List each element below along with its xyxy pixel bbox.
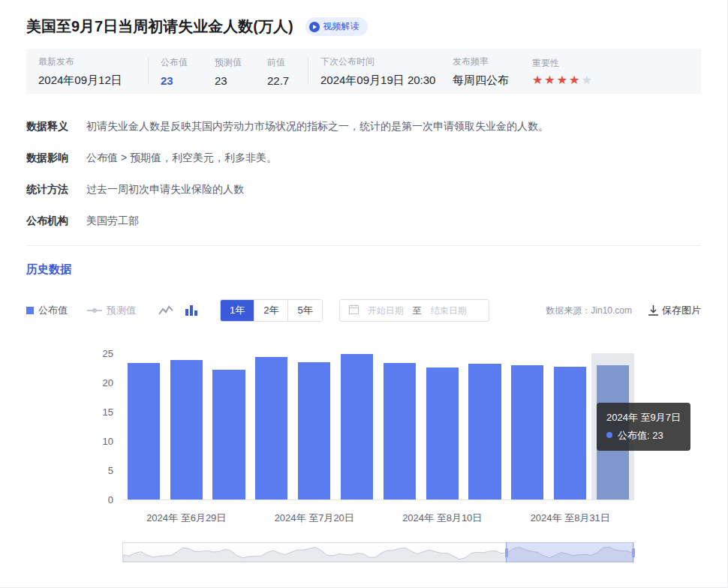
x-axis-tick: 2024年 至8月31日	[531, 512, 610, 525]
time-range-group: 1年 2年 5年	[220, 299, 323, 322]
bar-slot[interactable]	[421, 353, 464, 500]
bar[interactable]	[511, 365, 543, 500]
detail-value: 过去一周初次申请失业保险的人数	[86, 182, 244, 196]
data-source: 数据来源：Jin10.com	[546, 304, 632, 317]
controls-right: 数据来源：Jin10.com 保存图片	[546, 304, 701, 317]
detail-value: 美国劳工部	[86, 214, 139, 227]
y-axis-tick: 10	[103, 436, 113, 447]
legend-forecast-swatch	[87, 310, 102, 311]
bar-slot[interactable]	[335, 353, 378, 500]
chart-navigator[interactable]	[122, 542, 634, 562]
detail-label: 数据释义	[26, 119, 73, 133]
bar[interactable]	[298, 362, 330, 500]
history-chart: 05101520252024年 至6月29日2024年 至7月20日2024年 …	[122, 353, 634, 562]
published-value: 公布值 23	[161, 56, 215, 87]
bar-slot[interactable]	[165, 353, 208, 500]
save-image-button[interactable]: 保存图片	[648, 304, 701, 317]
star-filled-icon: ★	[532, 74, 544, 86]
history-section-title: 历史数据	[26, 262, 701, 277]
date-to-label: 至	[413, 304, 422, 317]
series-dot-icon	[606, 432, 612, 438]
detail-row-method: 统计方法 过去一周初次申请失业保险的人数	[26, 182, 701, 196]
bar[interactable]	[212, 370, 245, 500]
range-button-2y[interactable]: 2年	[254, 300, 287, 321]
bar-slot[interactable]	[378, 353, 421, 500]
bar[interactable]	[468, 364, 501, 500]
importance-stars: ★★★★★	[532, 75, 594, 86]
frequency: 发布频率 每周四公布	[453, 56, 532, 88]
previous-label: 前值	[267, 56, 308, 69]
detail-row-definition: 数据释义 初请失业金人数是反映其国内劳动力市场状况的指标之一，统计的是第一次申请…	[26, 119, 701, 133]
start-date-input[interactable]: 开始日期	[368, 304, 404, 317]
bar-slot[interactable]	[293, 353, 335, 500]
frequency-value: 每周四公布	[453, 74, 532, 88]
chart-type-toggle	[158, 305, 197, 316]
chart-controls: 公布值 预测值 1年 2年 5年 开始日期 至 结束日期	[26, 299, 701, 322]
x-axis-tick: 2024年 至8月10日	[402, 512, 482, 525]
bar-chart-icon[interactable]	[185, 305, 197, 316]
download-icon	[648, 305, 658, 316]
video-badge-label: 视频解读	[323, 20, 359, 33]
bar[interactable]	[341, 354, 373, 500]
bar-slot[interactable]	[208, 353, 251, 500]
divider	[308, 58, 308, 85]
y-axis-tick: 5	[108, 465, 113, 476]
previous-number: 22.7	[267, 74, 308, 87]
star-filled-icon: ★	[557, 74, 569, 86]
video-explain-button[interactable]: 视频解读	[305, 17, 368, 36]
bar-slot[interactable]	[506, 353, 549, 500]
range-button-5y[interactable]: 5年	[287, 300, 321, 321]
bar-plot: 05101520252024年 至6月29日2024年 至7月20日2024年 …	[122, 353, 634, 500]
published-number: 23	[161, 74, 215, 87]
bar-slot[interactable]	[250, 353, 293, 500]
star-filled-icon: ★	[569, 74, 581, 86]
bar[interactable]	[384, 363, 416, 500]
bar[interactable]	[128, 363, 160, 500]
next-release-label: 下次公布时间	[320, 56, 453, 68]
legend-published-label: 公布值	[38, 304, 68, 317]
range-button-1y[interactable]: 1年	[221, 300, 254, 321]
save-image-label: 保存图片	[662, 304, 701, 317]
play-icon	[309, 22, 320, 32]
forecast-label: 预测值	[215, 56, 267, 69]
forecast-number: 23	[215, 74, 267, 87]
bar[interactable]	[554, 367, 586, 500]
legend-published-swatch	[26, 307, 34, 314]
legend-published[interactable]: 公布值	[26, 304, 68, 317]
x-axis-tick: 2024年 至7月20日	[275, 512, 354, 525]
detail-label: 统计方法	[26, 182, 73, 196]
date-range-picker[interactable]: 开始日期 至 结束日期	[339, 299, 489, 322]
bar-slot[interactable]	[549, 353, 591, 500]
detail-value: 公布值 > 预期值，利空美元，利多非美。	[86, 151, 277, 164]
tooltip-title: 2024年 至9月7日	[606, 409, 681, 427]
bar[interactable]	[170, 360, 203, 500]
published-label: 公布值	[161, 56, 215, 69]
detail-row-agency: 公布机构 美国劳工部	[26, 214, 701, 227]
indicator-detail-page: 美国至9月7日当周初请失业金人数(万人) 视频解读 最新发布 2024年09月1…	[0, 0, 728, 588]
latest-release-label: 最新发布	[38, 56, 148, 68]
star-empty-icon: ★	[581, 74, 593, 86]
bar-slot[interactable]	[122, 353, 165, 500]
line-chart-icon[interactable]	[158, 305, 173, 316]
next-release-value: 2024年09月19日 20:30	[320, 74, 453, 88]
navigator-selection-handle[interactable]	[506, 542, 633, 562]
end-date-input[interactable]: 结束日期	[431, 304, 467, 317]
detail-label: 公布机构	[26, 214, 73, 227]
detail-label: 数据影响	[26, 151, 73, 164]
latest-release: 最新发布 2024年09月12日	[38, 56, 148, 88]
section-divider	[26, 245, 701, 246]
bar[interactable]	[255, 357, 287, 500]
tooltip-series-row: 公布值: 23	[606, 427, 681, 445]
importance: 重要性 ★★★★★	[532, 57, 594, 86]
tooltip-series-value: 公布值: 23	[618, 430, 663, 441]
bar-slot[interactable]	[464, 353, 507, 500]
summary-bar: 最新发布 2024年09月12日 公布值 23 预测值 23 前值 22.7 下…	[26, 49, 701, 94]
divider	[148, 58, 149, 85]
bar[interactable]	[426, 368, 459, 500]
legend-forecast[interactable]: 预测值	[87, 304, 136, 317]
next-release: 下次公布时间 2024年09月19日 20:30	[320, 56, 453, 88]
legend-forecast-label: 预测值	[107, 304, 136, 317]
frequency-label: 发布频率	[453, 56, 532, 68]
y-axis-tick: 20	[103, 377, 113, 388]
detail-value: 初请失业金人数是反映其国内劳动力市场状况的指标之一，统计的是第一次申请领取失业金…	[86, 119, 549, 133]
